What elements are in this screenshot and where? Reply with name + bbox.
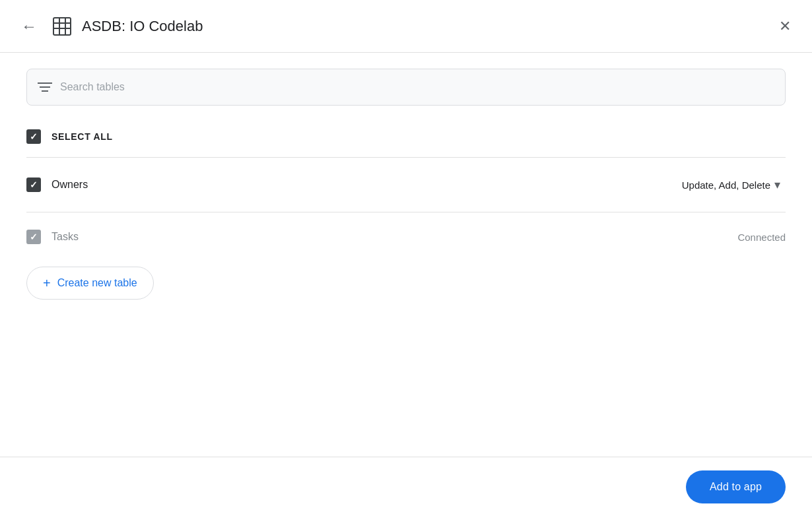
create-new-table-label: Create new table	[57, 277, 137, 289]
divider-1	[26, 157, 786, 158]
filter-icon	[38, 81, 52, 93]
content-area: ✓ SELECT ALL ✓ Owners Update, Add, Delet…	[0, 53, 812, 457]
checkmark-icon: ✓	[30, 132, 38, 141]
footer: Add to app	[0, 457, 812, 516]
header: ← ASDB: IO Codelab ✕	[0, 0, 812, 53]
owners-checkbox[interactable]: ✓	[26, 177, 41, 192]
owners-table-name: Owners	[51, 179, 666, 191]
back-arrow-icon: ←	[21, 18, 37, 34]
owners-permissions-dropdown[interactable]: Update, Add, Delete ▾	[677, 175, 786, 195]
dialog: ← ASDB: IO Codelab ✕	[0, 0, 812, 516]
table-icon	[53, 17, 71, 36]
select-all-row: ✓ SELECT ALL	[26, 121, 786, 152]
table-row-owners: ✓ Owners Update, Add, Delete ▾	[26, 163, 786, 207]
divider-2	[26, 212, 786, 212]
select-all-label: SELECT ALL	[51, 131, 113, 142]
create-plus-icon: +	[43, 276, 51, 290]
create-new-table-button[interactable]: + Create new table	[26, 267, 154, 300]
add-to-app-button[interactable]: Add to app	[686, 470, 786, 503]
svg-rect-0	[53, 18, 71, 35]
tasks-table-name: Tasks	[51, 231, 727, 243]
table-row-tasks: ✓ Tasks Connected	[26, 218, 786, 256]
search-container	[26, 69, 786, 106]
dialog-title: ASDB: IO Codelab	[82, 18, 203, 35]
close-button[interactable]: ✕	[774, 14, 796, 39]
owners-permissions-label: Update, Add, Delete	[682, 179, 770, 191]
dropdown-arrow-icon: ▾	[774, 177, 780, 192]
header-left: ← ASDB: IO Codelab	[16, 13, 774, 40]
checkmark-icon: ✓	[30, 232, 38, 242]
checkmark-icon: ✓	[30, 180, 38, 189]
close-icon: ✕	[779, 19, 791, 34]
tasks-status: Connected	[737, 232, 786, 243]
search-input[interactable]	[60, 81, 774, 93]
tasks-checkbox[interactable]: ✓	[26, 230, 41, 244]
back-button[interactable]: ←	[16, 13, 42, 40]
select-all-checkbox[interactable]: ✓	[26, 129, 41, 144]
